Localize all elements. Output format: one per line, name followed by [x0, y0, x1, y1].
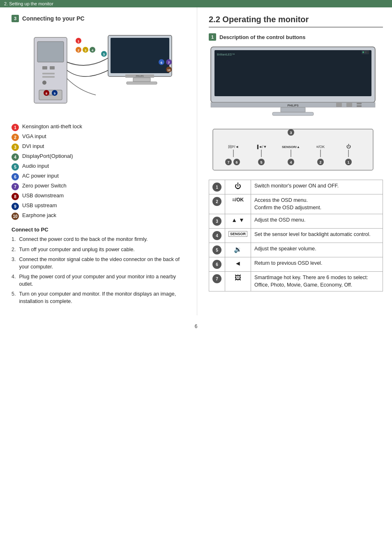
table-row: 7 🖼 SmartImage hot key. There are 6 mode… — [209, 272, 383, 291]
connect-pc-title: Connect to PC — [12, 227, 188, 233]
item-num-6: 6 — [12, 173, 19, 180]
svg-text:⏻: ⏻ — [346, 144, 351, 149]
svg-rect-47 — [357, 105, 362, 107]
svg-text:PHILIPS: PHILIPS — [287, 104, 299, 107]
svg-point-40 — [365, 51, 367, 53]
icon-cell-3: ▲ ▼ — [225, 214, 251, 229]
step-item: 3. Connect the monitor signal cable to t… — [12, 256, 188, 271]
svg-text:6: 6 — [160, 61, 162, 65]
item-num-3: 3 — [12, 143, 19, 151]
list-item: 2 VGA input — [12, 133, 188, 141]
svg-rect-24 — [127, 82, 157, 84]
table-row: 6 ◄ Return to previous OSD level. — [209, 257, 383, 272]
item-num-2: 2 — [12, 134, 19, 141]
page-num-text: 6 — [195, 324, 198, 329]
svg-text:3: 3 — [290, 131, 292, 135]
item-text-8: USB downstream — [22, 192, 64, 199]
monitor-illustration: PHILIPS 1 2 3 4 5 — [12, 27, 188, 118]
btn-cell-2: 2 — [209, 194, 225, 214]
step-num-3: 3. — [12, 256, 16, 271]
item-num-5: 5 — [12, 163, 19, 171]
svg-text:4: 4 — [290, 160, 292, 164]
svg-rect-44 — [336, 103, 342, 107]
section22-label: 2.2 Operating the monitor — [209, 15, 309, 24]
svg-text:7: 7 — [168, 61, 170, 65]
svg-text:10: 10 — [167, 69, 171, 72]
btn-cell-3: 3 — [209, 214, 225, 229]
svg-text:8: 8 — [45, 92, 47, 95]
desc-cell-4: Set the sensor level for backlight autom… — [251, 229, 383, 243]
step-item: 2. Turn off your computer and unplug its… — [12, 246, 188, 254]
sensor-label: SENSOR — [228, 231, 247, 237]
page-number: 6 — [0, 324, 392, 329]
list-item: 7 Zero power Switch — [12, 183, 188, 190]
item-text-4: DisplayPort(Optional) — [22, 153, 73, 159]
btn-num-3: 3 — [212, 217, 221, 226]
section22-title: 2.2 Operating the monitor — [209, 15, 383, 28]
item-text-3: DVI input — [22, 143, 44, 149]
svg-text:SENSOR/▲: SENSOR/▲ — [282, 145, 300, 149]
item-text-7: Zero power Switch — [22, 183, 67, 189]
svg-text:2: 2 — [319, 160, 321, 164]
svg-text:4: 4 — [91, 49, 93, 52]
list-item: 9 USB upstream — [12, 202, 188, 210]
icon-cell-6: ◄ — [225, 257, 251, 272]
icon-cell-2: ≡/OK — [225, 194, 251, 214]
sub1-title: 1 Description of the control buttons — [209, 33, 383, 41]
btn-num-7: 7 — [212, 274, 221, 283]
header-text: 2. Setting up the monitor — [4, 1, 53, 6]
step-text-2: Turn off your computer and unplug its po… — [19, 246, 134, 254]
item-text-5: Audio input — [22, 163, 49, 169]
svg-rect-46 — [357, 103, 362, 104]
item-text-9: USB upstream — [22, 202, 57, 208]
items-list: 1 Kensington anti-theft lock 2 VGA input… — [12, 123, 188, 220]
sub1-number: 1 — [209, 33, 216, 41]
item-text-1: Kensington anti-theft lock — [22, 123, 82, 130]
desc-cell-1: Switch monitor's power ON and OFF. — [251, 180, 383, 194]
table-row: 5 🔉 Adjust the speaker volume. — [209, 243, 383, 257]
svg-text:5: 5 — [103, 53, 105, 56]
section3-label: Connecting to your PC — [22, 15, 85, 22]
sub1-label: Description of the control buttons — [219, 34, 305, 40]
svg-rect-1 — [37, 42, 64, 62]
btn-cell-5: 5 — [209, 243, 225, 257]
svg-text:BrilliantLED™: BrilliantLED™ — [217, 53, 235, 56]
desc-cell-6: Return to previous OSD level. — [251, 257, 383, 272]
step-text-4: Plug the power cord of your computer and… — [19, 273, 188, 288]
btn-cell-6: 6 — [209, 257, 225, 272]
desc-cell-2: Access the OSD menu.Confirm the OSD adju… — [251, 194, 383, 214]
monitor-svg: PHILIPS 1 2 3 4 5 — [22, 29, 178, 116]
svg-rect-36 — [214, 50, 371, 96]
item-text-6: AC power input — [22, 173, 59, 179]
step-text-3: Connect the monitor signal cable to the … — [19, 256, 188, 271]
btn-num-2: 2 — [212, 197, 221, 206]
svg-text:1: 1 — [347, 160, 349, 164]
icon-cell-7: 🖼 — [225, 272, 251, 291]
svg-rect-48 — [281, 107, 305, 112]
right-column: 2.2 Operating the monitor 1 Description … — [197, 7, 392, 315]
connect-steps: 1. Connect the power cord to the back of… — [12, 236, 188, 305]
btn-cell-7: 7 — [209, 272, 225, 291]
step-text-5: Turn on your computer and monitor. If th… — [19, 291, 188, 305]
item-num-9: 9 — [12, 203, 19, 210]
table-row: 3 ▲ ▼ Adjust the OSD menu. — [209, 214, 383, 229]
svg-rect-2 — [42, 66, 47, 69]
svg-text:回P/◄: 回P/◄ — [228, 145, 239, 149]
table-row: 1 ⏻ Switch monitor's power ON and OFF. — [209, 180, 383, 194]
list-item: 1 Kensington anti-theft lock — [12, 123, 188, 131]
control-buttons-diagram: 3 回P/◄ ▐◄/▼ SENSOR/▲ ≡/OK ⏻ — [209, 125, 383, 176]
svg-point-6 — [42, 81, 46, 85]
list-item: 5 Audio input — [12, 163, 188, 171]
table-row: 2 ≡/OK Access the OSD menu.Confirm the O… — [209, 194, 383, 214]
step-item: 1. Connect the power cord to the back of… — [12, 236, 188, 243]
svg-rect-4 — [42, 73, 55, 74]
svg-text:3: 3 — [84, 49, 86, 52]
section3-title: 3 Connecting to your PC — [12, 15, 188, 22]
svg-rect-5 — [42, 76, 55, 78]
header-bar: 2. Setting up the monitor — [0, 0, 392, 7]
desc-cell-3: Adjust the OSD menu. — [251, 214, 383, 229]
btn-cell-4: 4 — [209, 229, 225, 243]
step-text-1: Connect the power cord to the back of th… — [19, 236, 148, 243]
item-text-10: Earphone jack — [22, 212, 56, 218]
btn-num-4: 4 — [212, 231, 221, 240]
